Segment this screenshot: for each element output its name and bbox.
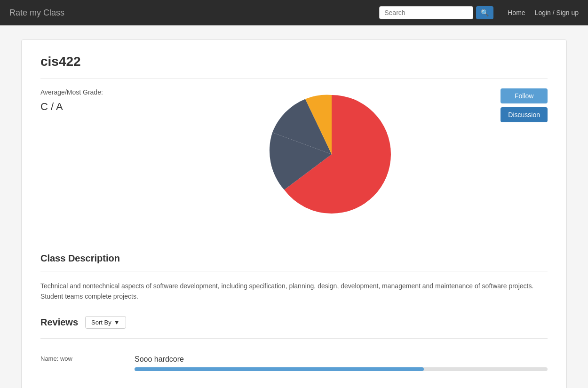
discussion-button[interactable]: Discussion (501, 107, 548, 122)
search-input[interactable] (379, 6, 473, 19)
grade-info: Average/Most Grade: C / A (40, 88, 116, 113)
reviewer-name: Name: wow (40, 355, 72, 362)
review-meta: Name: wow (40, 355, 125, 371)
dropdown-arrow-icon: ▼ (114, 319, 120, 326)
review-content: Sooo hardcore (135, 355, 548, 371)
nav-links: Home Login / Sign up (508, 9, 579, 16)
chart-container (116, 88, 548, 220)
nav-login[interactable]: Login / Sign up (535, 9, 579, 16)
search-button[interactable]: 🔍 (476, 6, 493, 19)
brand-logo[interactable]: Rate my Class (9, 8, 64, 18)
reviews-header: Reviews Sort By ▼ (40, 316, 548, 329)
title-divider (40, 79, 548, 79)
pie-slice-red (332, 95, 391, 154)
grade-value: C / A (40, 101, 116, 113)
nav-home[interactable]: Home (508, 9, 525, 16)
search-container: 🔍 (379, 6, 493, 19)
main-container: cis422 Average/Most Grade: C / A (21, 40, 567, 388)
reviews-divider (40, 338, 548, 339)
action-buttons: Follow Discussion (501, 88, 548, 122)
class-description-text: Technical and nontechnical aspects of so… (40, 281, 548, 302)
navbar: Rate my Class 🔍 Home Login / Sign up (0, 0, 588, 25)
desc-divider (40, 271, 548, 271)
sort-by-label: Sort By (91, 319, 111, 326)
review-bar-fill (135, 367, 424, 371)
stats-section: Average/Most Grade: C / A Follow (40, 88, 548, 239)
review-item: Name: wow Sooo hardcore (40, 348, 548, 378)
pie-slice-red2 (332, 154, 391, 214)
review-text: Sooo hardcore (135, 355, 184, 363)
grade-label: Average/Most Grade: (40, 88, 116, 96)
class-description-title: Class Description (40, 253, 548, 264)
reviews-title: Reviews (40, 317, 78, 328)
sort-by-button[interactable]: Sort By ▼ (85, 316, 126, 329)
pie-chart (266, 88, 397, 220)
class-title: cis422 (40, 54, 548, 69)
review-bar (135, 367, 548, 371)
follow-button[interactable]: Follow (501, 88, 548, 103)
